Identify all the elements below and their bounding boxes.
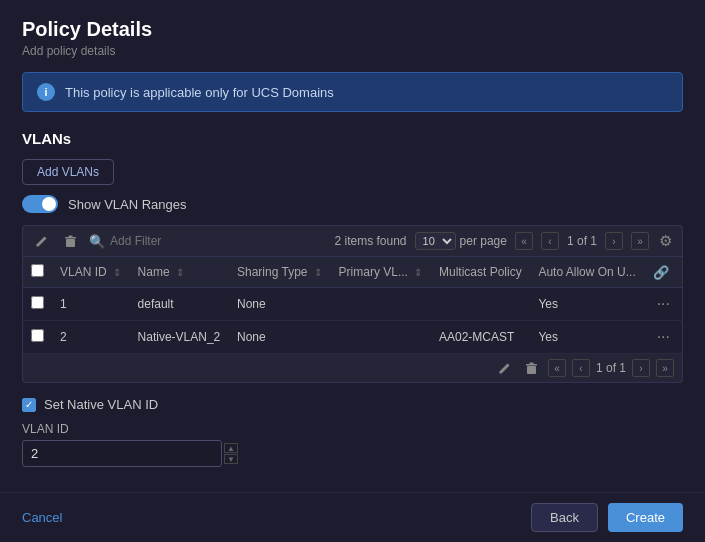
bottom-pagination-text: 1 of 1 xyxy=(596,361,626,375)
vlans-table: VLAN ID ⇕ Name ⇕ Sharing Type ⇕ Primary … xyxy=(22,256,683,354)
trash-icon xyxy=(64,235,77,248)
pencil-icon-bottom xyxy=(498,362,511,375)
table-header-row: VLAN ID ⇕ Name ⇕ Sharing Type ⇕ Primary … xyxy=(23,257,683,288)
row2-checkbox[interactable] xyxy=(31,329,44,342)
sort-icon-name: ⇕ xyxy=(176,267,184,278)
info-banner-text: This policy is applicable only for UCS D… xyxy=(65,85,334,100)
row1-multicast-policy xyxy=(431,288,530,321)
sort-icon-sharing: ⇕ xyxy=(314,267,322,278)
row1-auto-allow: Yes xyxy=(530,288,644,321)
row2-vlan-id: 2 xyxy=(52,321,130,354)
svg-rect-5 xyxy=(529,362,533,364)
header-auto-allow: Auto Allow On U... xyxy=(530,257,644,288)
page-title: Policy Details xyxy=(22,18,683,41)
table-row: 1 default None Yes ··· xyxy=(23,288,683,321)
search-icon: 🔍 xyxy=(89,234,105,249)
pencil-icon xyxy=(35,235,48,248)
native-vlan-checkbox-row: ✓ Set Native VLAN ID xyxy=(22,397,683,412)
vlan-id-decrement-button[interactable]: ▼ xyxy=(224,454,238,464)
page-subtitle: Add policy details xyxy=(22,44,683,58)
table-toolbar: 🔍 2 items found 10 25 50 per page « ‹ 1 … xyxy=(22,225,683,256)
row2-checkbox-cell xyxy=(23,321,53,354)
page-footer: Cancel Back Create xyxy=(0,492,705,542)
add-vlans-button[interactable]: Add VLANs xyxy=(22,159,114,185)
per-page-select[interactable]: 10 25 50 xyxy=(415,232,456,250)
header-actions: 🔗 xyxy=(645,257,683,288)
filter-input[interactable] xyxy=(110,234,327,248)
row2-auto-allow: Yes xyxy=(530,321,644,354)
select-all-checkbox[interactable] xyxy=(31,264,44,277)
row1-name: default xyxy=(130,288,229,321)
info-icon: i xyxy=(37,83,55,101)
create-button[interactable]: Create xyxy=(608,503,683,532)
vlan-id-spinner: ▲ ▼ xyxy=(224,443,238,464)
footer-right: Back Create xyxy=(531,503,683,532)
per-page-wrap: 10 25 50 per page xyxy=(415,232,507,250)
trash-icon-bottom xyxy=(525,362,538,375)
header-sharing-type[interactable]: Sharing Type ⇕ xyxy=(229,257,331,288)
bottom-next-page-button[interactable]: › xyxy=(632,359,650,377)
native-vlan-checkbox[interactable]: ✓ xyxy=(22,398,36,412)
link-icon: 🔗 xyxy=(653,265,669,280)
row2-multicast-policy: AA02-MCAST xyxy=(431,321,530,354)
vlan-id-input-wrap: ▲ ▼ xyxy=(22,440,683,467)
back-button[interactable]: Back xyxy=(531,503,598,532)
row1-primary-vl xyxy=(331,288,431,321)
next-page-button[interactable]: › xyxy=(605,232,623,250)
items-found-label: 2 items found xyxy=(335,234,407,248)
row1-vlan-id: 1 xyxy=(52,288,130,321)
bottom-last-page-button[interactable]: » xyxy=(656,359,674,377)
show-vlan-ranges-row: Show VLAN Ranges xyxy=(22,195,683,213)
row1-actions-cell: ··· xyxy=(645,288,683,321)
delete-bottom-button[interactable] xyxy=(521,360,542,377)
bottom-prev-page-button[interactable]: ‹ xyxy=(572,359,590,377)
row2-primary-vl xyxy=(331,321,431,354)
cancel-button[interactable]: Cancel xyxy=(22,510,62,525)
row2-actions-button[interactable]: ··· xyxy=(653,328,674,346)
vlans-section-title: VLANs xyxy=(22,130,683,147)
prev-page-button[interactable]: ‹ xyxy=(541,232,559,250)
toggle-knob xyxy=(42,197,56,211)
first-page-button[interactable]: « xyxy=(515,232,533,250)
header-checkbox-cell xyxy=(23,257,53,288)
vlan-id-increment-button[interactable]: ▲ xyxy=(224,443,238,453)
per-page-label: per page xyxy=(460,234,507,248)
bottom-first-page-button[interactable]: « xyxy=(548,359,566,377)
header-name[interactable]: Name ⇕ xyxy=(130,257,229,288)
delete-toolbar-button[interactable] xyxy=(60,233,81,250)
row2-sharing-type: None xyxy=(229,321,331,354)
row1-sharing-type: None xyxy=(229,288,331,321)
show-vlan-ranges-toggle[interactable] xyxy=(22,195,58,213)
svg-rect-3 xyxy=(527,366,536,374)
native-vlan-section: ✓ Set Native VLAN ID VLAN ID ▲ ▼ xyxy=(22,397,683,467)
svg-rect-2 xyxy=(69,235,73,237)
last-page-button[interactable]: » xyxy=(631,232,649,250)
info-banner: i This policy is applicable only for UCS… xyxy=(22,72,683,112)
row1-actions-button[interactable]: ··· xyxy=(653,295,674,313)
pagination-text: 1 of 1 xyxy=(567,234,597,248)
filter-wrap: 🔍 xyxy=(89,234,327,249)
row1-checkbox[interactable] xyxy=(31,296,44,309)
edit-bottom-button[interactable] xyxy=(494,360,515,377)
row2-name: Native-VLAN_2 xyxy=(130,321,229,354)
table-settings-button[interactable]: ⚙ xyxy=(657,232,674,250)
table-row: 2 Native-VLAN_2 None AA02-MCAST Yes ··· xyxy=(23,321,683,354)
main-content: Policy Details Add policy details i This… xyxy=(0,0,705,492)
show-vlan-ranges-label: Show VLAN Ranges xyxy=(68,197,187,212)
sort-icon-vlan-id: ⇕ xyxy=(113,267,121,278)
table-bottom-bar: « ‹ 1 of 1 › » xyxy=(22,354,683,383)
svg-rect-0 xyxy=(66,239,75,247)
page-container: Policy Details Add policy details i This… xyxy=(0,0,705,542)
edit-toolbar-button[interactable] xyxy=(31,233,52,250)
vlan-id-input[interactable] xyxy=(22,440,222,467)
native-vlan-checkbox-label: Set Native VLAN ID xyxy=(44,397,158,412)
header-multicast-policy: Multicast Policy xyxy=(431,257,530,288)
row1-checkbox-cell xyxy=(23,288,53,321)
sort-icon-primary: ⇕ xyxy=(414,267,422,278)
header-primary-vl[interactable]: Primary VL... ⇕ xyxy=(331,257,431,288)
row2-actions-cell: ··· xyxy=(645,321,683,354)
vlan-id-field-label: VLAN ID xyxy=(22,422,683,436)
checkmark-icon: ✓ xyxy=(25,399,33,410)
header-vlan-id[interactable]: VLAN ID ⇕ xyxy=(52,257,130,288)
